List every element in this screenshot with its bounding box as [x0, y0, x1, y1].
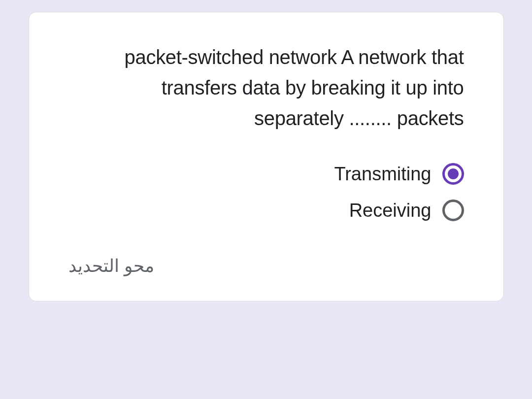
- option-label: Receiving: [349, 200, 432, 221]
- question-text: packet-switched network A network that t…: [68, 42, 464, 133]
- options-group: Transmiting Receiving: [68, 163, 464, 221]
- clear-selection-link[interactable]: محو التحديد: [68, 256, 154, 276]
- option-label: Transmiting: [334, 164, 431, 185]
- radio-selected-icon: [442, 163, 464, 185]
- question-card: packet-switched network A network that t…: [29, 12, 504, 301]
- option-receiving[interactable]: Receiving: [349, 200, 464, 221]
- option-transmiting[interactable]: Transmiting: [334, 163, 464, 185]
- radio-unselected-icon: [442, 200, 464, 221]
